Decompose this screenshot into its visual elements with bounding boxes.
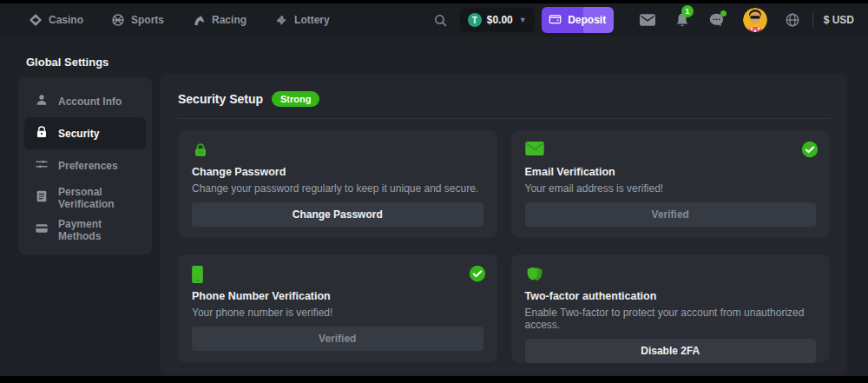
- nav-item-label: Racing: [212, 14, 247, 26]
- notification-count-badge: 1: [681, 5, 694, 17]
- verified-check-icon: [469, 265, 486, 286]
- card-title: Two-factor authentication: [525, 290, 817, 302]
- nav-item-label: Casino: [49, 14, 83, 26]
- tether-coin-icon: T: [468, 13, 482, 27]
- card-two-factor: Two-factor authentication Enable Two-fac…: [511, 254, 831, 362]
- casino-icon: [29, 13, 43, 27]
- security-panel: Security Setup Strong Change Password Ch…: [161, 74, 847, 375]
- email-verified-button: Verified: [525, 202, 817, 227]
- section-title: Security Setup: [178, 92, 263, 106]
- racing-icon: [192, 13, 206, 27]
- card-title: Change Password: [192, 166, 483, 178]
- sidebar-item-payment-methods[interactable]: Payment Methods: [24, 214, 146, 246]
- card-change-password: Change Password Change your password reg…: [178, 130, 497, 238]
- sidebar-item-preferences[interactable]: Preferences: [24, 149, 146, 182]
- nav-item-label: Sports: [131, 14, 164, 26]
- sidebar-item-personal-verification[interactable]: Personal Verification: [24, 182, 146, 214]
- security-cards: Change Password Change your password reg…: [178, 130, 830, 362]
- envelope-icon: [525, 142, 817, 159]
- balance-amount: $0.00: [487, 14, 513, 26]
- sidebar-item-account-info[interactable]: Account Info: [24, 85, 146, 117]
- chevron-down-icon: ▼: [519, 16, 527, 24]
- nav-item-casino[interactable]: Casino: [29, 13, 83, 27]
- disable-2fa-button[interactable]: Disable 2FA: [525, 339, 817, 363]
- divider: [812, 12, 813, 28]
- divider: [178, 118, 830, 119]
- sidebar-item-security[interactable]: Security: [24, 117, 146, 149]
- card-description: Enable Two-factor to protect your accoun…: [525, 307, 817, 331]
- phone-icon: [192, 266, 483, 283]
- nav-item-sports[interactable]: Sports: [111, 13, 164, 27]
- language-globe-icon[interactable]: [785, 12, 800, 28]
- wallet-icon: [549, 13, 562, 27]
- nav-item-racing[interactable]: Racing: [192, 13, 247, 27]
- lock-icon: [35, 125, 49, 142]
- search-icon[interactable]: [433, 13, 448, 28]
- page-title: Global Settings: [26, 56, 108, 69]
- nav-item-label: Lottery: [294, 14, 330, 26]
- card-phone-verification: Phone Number Verification Your phone num…: [178, 254, 497, 362]
- padlock-icon: [192, 142, 483, 159]
- card-description: Change your password regularly to keep i…: [192, 182, 483, 195]
- sidebar-item-label: Account Info: [58, 96, 122, 108]
- phone-verified-button: Verified: [192, 327, 483, 351]
- change-password-button[interactable]: Change Password: [192, 202, 483, 227]
- lottery-icon: [274, 13, 288, 27]
- balance-selector[interactable]: T $0.00 ▼: [460, 8, 535, 32]
- mail-icon[interactable]: [640, 14, 655, 26]
- sidebar-item-label: Preferences: [58, 160, 118, 172]
- sidebar-item-label: Payment Methods: [58, 218, 135, 242]
- app-window: Casino Sports Racing Lottery: [0, 3, 868, 376]
- utility-icons: 1: [640, 13, 724, 28]
- verified-check-icon: [801, 141, 819, 162]
- chat-online-dot: [720, 10, 727, 17]
- card-description: Your phone number is verified!: [192, 307, 483, 319]
- navbar-right: T $0.00 ▼ Deposit 1: [433, 7, 854, 33]
- deposit-label: Deposit: [568, 14, 606, 26]
- card-description: Your email address is verified!: [525, 182, 817, 195]
- sports-icon: [111, 13, 125, 27]
- sidebar-item-label: Security: [58, 128, 99, 140]
- card-title: Phone Number Verification: [192, 290, 483, 302]
- security-header: Security Setup Strong: [178, 91, 830, 107]
- user-icon: [35, 93, 49, 109]
- avatar[interactable]: [743, 8, 767, 32]
- nav-item-lottery[interactable]: Lottery: [274, 13, 330, 27]
- card-email-verification: Email Verification Your email address is…: [511, 130, 831, 238]
- strength-badge: Strong: [272, 91, 319, 107]
- credit-card-icon: [35, 221, 49, 238]
- settings-page: Global Settings Account Info Security Pr…: [0, 36, 868, 376]
- settings-sidebar: Account Info Security Preferences Person…: [18, 77, 152, 254]
- notifications-button[interactable]: 1: [675, 13, 689, 28]
- currency-selector[interactable]: $ USD: [824, 14, 854, 26]
- document-icon: [35, 189, 49, 206]
- shield-icon: [525, 266, 817, 283]
- sidebar-item-label: Personal Verification: [58, 186, 135, 210]
- top-navbar: Casino Sports Racing Lottery: [0, 3, 868, 36]
- deposit-button[interactable]: Deposit: [542, 7, 614, 33]
- card-title: Email Verification: [525, 166, 817, 178]
- chat-button[interactable]: [709, 13, 724, 27]
- sliders-icon: [35, 157, 49, 174]
- primary-nav: Casino Sports Racing Lottery: [29, 13, 330, 27]
